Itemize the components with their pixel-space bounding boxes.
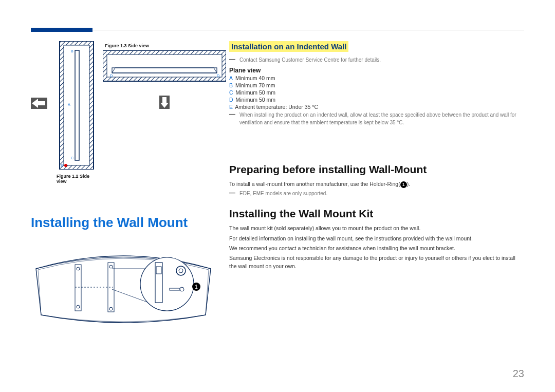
kit-para-4: Samsung Electronics is not responsible f… [229,254,524,271]
contact-note: ―Contact Samsung Customer Service Centre… [229,56,524,64]
svg-text:D: D [110,74,113,78]
page-number: 23 [513,368,524,380]
prepare-title: Preparing before installing Wall-Mount [229,163,524,176]
spec-a: A Minimum 40 mm [229,75,524,81]
spec-d: D Minimum 50 mm [229,97,524,103]
svg-rect-21 [162,97,166,103]
wall-mount-illustration: 1 [31,238,216,335]
svg-text:A: A [68,103,70,106]
holder-ring-num-icon: 1 [400,181,407,188]
figure-1-3-side-view: Figure 1.3 Side view D D [103,41,226,111]
svg-text:C: C [71,156,73,160]
svg-point-32 [140,257,194,311]
kit-para-3: We recommend you contact a technician fo… [229,244,524,252]
section-title-installing: Installing the Wall Mount [31,215,216,231]
kit-title: Installing the Wall Mount Kit [229,208,524,220]
arrow-left-icon [31,98,47,111]
prepare-text: To install a wall-mount from another man… [229,180,524,188]
right-column: Installation on an Indented Wall ―Contac… [229,41,524,335]
svg-text:B: B [71,49,73,53]
svg-text:D: D [217,74,219,78]
figure-1-3-caption: Figure 1.3 Side view [105,43,226,48]
svg-rect-16 [112,68,217,73]
manual-page: B A C E Figure 1.2 Side view Figure 1.3 … [0,0,555,392]
top-rule [31,30,524,30]
spec-b: B Minimum 70 mm [229,82,524,88]
plane-view-title: Plane view [229,67,524,74]
svg-rect-7 [75,50,79,160]
svg-rect-24 [108,263,114,312]
svg-rect-23 [75,265,81,311]
ede-note: ―EDE, EME models are only supported. [229,190,524,197]
figure-1-2-caption: Figure 1.2 Side view [57,174,97,184]
svg-text:E: E [61,164,63,167]
svg-rect-2 [38,101,45,105]
kit-para-1: The wall mount kit (sold separately) all… [229,224,524,232]
spec-c: C Minimum 50 mm [229,89,524,96]
arrow-down-icon [103,96,226,111]
top-rule-accent [31,28,92,32]
spec-e: E Ambient temperature: Under 35 °C [229,104,524,110]
figure-1-2-side-view: B A C E Figure 1.2 Side view [57,41,97,184]
svg-point-11 [64,164,67,167]
indented-wall-title: Installation on an Indented Wall [229,41,348,52]
kit-para-2: For detailed information on installing t… [229,234,524,242]
svg-text:1: 1 [195,284,198,290]
left-column: B A C E Figure 1.2 Side view Figure 1.3 … [31,41,216,335]
ventilation-note: ―When installing the product on an inden… [229,111,524,126]
svg-rect-15 [107,54,222,77]
